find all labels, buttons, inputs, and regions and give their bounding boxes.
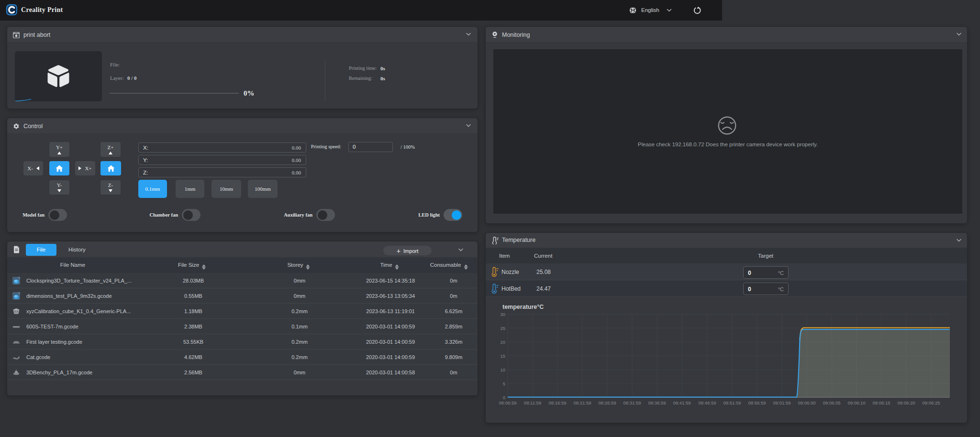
svg-text:30: 30 xyxy=(500,312,505,317)
svg-text:0: 0 xyxy=(503,395,505,400)
svg-text:08:21:59: 08:21:59 xyxy=(574,400,591,405)
svg-text:09:06:15: 09:06:15 xyxy=(873,400,891,405)
svg-text:25: 25 xyxy=(500,326,505,331)
svg-text:5: 5 xyxy=(503,381,505,386)
svg-text:08:41:59: 08:41:59 xyxy=(673,400,691,405)
svg-text:08:51:59: 08:51:59 xyxy=(724,400,741,405)
svg-text:09:06:05: 09:06:05 xyxy=(823,400,841,405)
svg-text:09:06:10: 09:06:10 xyxy=(848,400,866,405)
svg-text:10: 10 xyxy=(500,367,505,372)
svg-text:08:31:59: 08:31:59 xyxy=(624,400,641,405)
svg-text:08:11:59: 08:11:59 xyxy=(524,400,541,405)
svg-text:20: 20 xyxy=(500,339,505,345)
svg-text:08:26:59: 08:26:59 xyxy=(599,400,616,405)
svg-text:08:56:59: 08:56:59 xyxy=(748,400,766,405)
svg-text:09:01:59: 09:01:59 xyxy=(773,400,791,405)
svg-text:08:16:59: 08:16:59 xyxy=(549,400,567,405)
svg-text:09:06:20: 09:06:20 xyxy=(898,400,915,405)
svg-text:08:46:59: 08:46:59 xyxy=(699,400,716,405)
svg-text:09:06:25: 09:06:25 xyxy=(923,400,940,405)
svg-text:08:06:59: 08:06:59 xyxy=(499,400,517,405)
svg-text:15: 15 xyxy=(500,353,505,359)
svg-text:08:36:59: 08:36:59 xyxy=(648,400,666,405)
svg-text:09:06:00: 09:06:00 xyxy=(798,400,816,405)
